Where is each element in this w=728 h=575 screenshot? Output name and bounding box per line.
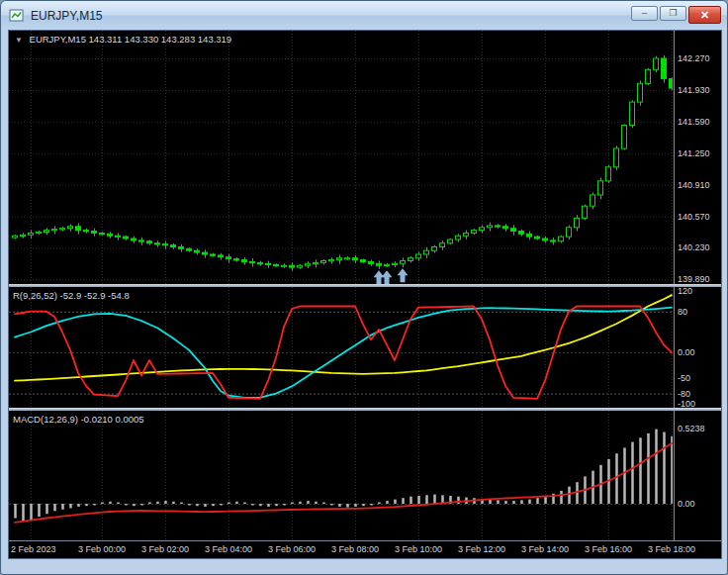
time-axis-label: 3 Feb 04:00 — [205, 544, 252, 554]
candle-down — [227, 257, 231, 259]
macd-axis-label: 0.00 — [678, 499, 695, 509]
candle-up — [598, 181, 603, 195]
candle-down — [551, 240, 556, 241]
candle-up — [567, 228, 572, 237]
time-axis-label: 3 Feb 14:00 — [521, 544, 569, 554]
candle-up — [68, 227, 73, 229]
candle-up — [345, 258, 350, 259]
candle-up — [416, 254, 421, 258]
price-axis-label: 140.910 — [678, 180, 710, 190]
time-axis-label: 3 Feb 08:00 — [331, 544, 379, 554]
candle-up — [37, 232, 42, 233]
candle-down — [139, 240, 144, 241]
candle-down — [266, 263, 271, 264]
oscillator-axis-label: -50 — [678, 373, 690, 383]
candle-down — [258, 262, 263, 263]
candle-up — [409, 258, 413, 261]
macd-layer — [15, 430, 673, 523]
price-axis-label: 140.230 — [678, 242, 710, 252]
candle-up — [646, 69, 651, 83]
maximize-button[interactable]: ❐ — [660, 6, 686, 21]
candle-down — [353, 258, 358, 260]
candle-down — [155, 243, 160, 244]
candle-up — [432, 247, 437, 251]
candle-up — [575, 218, 580, 227]
price-axis-label: 139.890 — [678, 274, 710, 284]
candle-down — [179, 247, 184, 249]
time-axis-label: 3 Feb 06:00 — [268, 544, 316, 554]
chart-area[interactable]: 142.270141.930141.590141.250140.910140.5… — [9, 31, 721, 558]
candle-down — [519, 232, 524, 235]
oscillator-axis-label: 120 — [678, 286, 692, 296]
oscillator-axis-label: 80 — [678, 307, 687, 317]
macd-signal-line — [15, 443, 672, 523]
candle-down — [527, 234, 532, 237]
candle-down — [132, 239, 136, 240]
title-bar[interactable]: EURJPY,M15 – ❐ ✕ — [1, 1, 727, 31]
candle-up — [480, 228, 485, 231]
candle-down — [108, 234, 113, 236]
candle-up — [60, 229, 65, 230]
candle-up — [52, 230, 57, 231]
candle-up — [630, 102, 635, 126]
quick-trade-collapse-icon[interactable]: ▼ — [15, 36, 23, 45]
window-controls: – ❐ ✕ — [631, 6, 721, 24]
symbol-ohlc-text: EURJPY,M15 143.311 143.330 143.283 143.3… — [30, 34, 232, 45]
window-title: EURJPY,M15 — [31, 9, 102, 23]
price-axis-label: 140.570 — [678, 212, 710, 222]
candle-up — [614, 148, 619, 167]
candle-down — [195, 250, 200, 252]
buy-arrow-icon — [374, 270, 385, 284]
time-axis-label: 3 Feb 12:00 — [458, 544, 505, 554]
candle-down — [100, 233, 105, 234]
candle-up — [306, 263, 311, 265]
candle-up — [401, 261, 406, 264]
candle-down — [543, 239, 548, 240]
minimize-button[interactable]: – — [631, 6, 658, 21]
candle-up — [29, 233, 34, 235]
candle-up — [337, 258, 342, 260]
candle-up — [393, 263, 398, 264]
candle-down — [84, 231, 89, 232]
candle-down — [377, 263, 382, 265]
candle-down — [670, 79, 675, 88]
candle-up — [321, 261, 326, 263]
candle-down — [662, 58, 667, 79]
candle-down — [187, 248, 192, 250]
markers-layer — [374, 268, 409, 284]
candle-down — [147, 241, 152, 243]
time-axis-label: 2 Feb 2023 — [11, 544, 56, 554]
candle-up — [456, 236, 461, 240]
close-button[interactable]: ✕ — [688, 6, 721, 24]
candle-up — [583, 206, 588, 218]
candle-up — [424, 250, 429, 254]
candle-down — [171, 245, 176, 247]
time-axis-label: 3 Feb 16:00 — [585, 544, 632, 554]
candle-up — [45, 231, 49, 233]
candle-down — [219, 255, 224, 257]
candle-down — [211, 254, 216, 255]
candle-up — [638, 83, 643, 102]
macd-axis-label: 0.5238 — [678, 424, 705, 433]
candle-down — [369, 262, 374, 264]
candle-up — [13, 236, 18, 238]
time-axis-label: 3 Feb 18:00 — [648, 544, 695, 554]
time-axis-label: 3 Feb 10:00 — [395, 544, 442, 554]
candle-up — [472, 231, 477, 234]
candle-up — [606, 167, 611, 181]
candle-up — [591, 195, 595, 206]
oscillator-axis-label: -80 — [678, 389, 690, 399]
candle-down — [163, 244, 168, 245]
candle-down — [274, 264, 279, 265]
candle-up — [298, 265, 303, 267]
candle-down — [496, 226, 500, 227]
candle-down — [203, 252, 208, 254]
panel-separator-1[interactable] — [9, 284, 721, 287]
candle-up — [464, 233, 469, 236]
candle-up — [654, 58, 659, 69]
panel-separator-2[interactable] — [9, 408, 721, 411]
price-axis-label: 141.590 — [678, 117, 710, 127]
candle-down — [511, 229, 516, 232]
macd-header: MACD(12,26,9) -0.0210 0.0005 — [13, 414, 144, 425]
candles-layer — [13, 55, 675, 271]
